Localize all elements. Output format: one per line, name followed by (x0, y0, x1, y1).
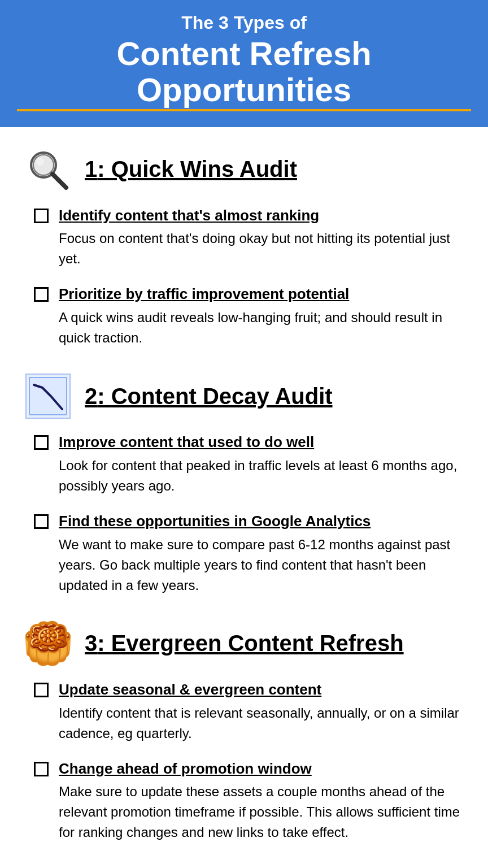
section-quick-wins-header: 1: Quick Wins Audit (23, 144, 465, 195)
bullet-title: Prioritize by traffic improvement potent… (59, 285, 465, 304)
bullet-text: Focus on content that's doing okay but n… (59, 231, 450, 266)
bullet-title: Update seasonal & evergreen content (59, 680, 465, 700)
svg-line-2 (53, 174, 66, 188)
checkbox-icon (34, 683, 49, 697)
section-content-decay-title: 2: Content Decay Audit (85, 384, 333, 409)
main-content: 1: Quick Wins Audit Identify content tha… (0, 127, 488, 868)
decay-chart-icon (23, 371, 73, 422)
checkbox-icon (34, 287, 49, 302)
checkbox-icon (34, 514, 49, 529)
list-item: Improve content that used to do well Loo… (34, 433, 465, 496)
quick-wins-bullets: Identify content that's almost ranking F… (34, 206, 465, 349)
section-content-decay: 2: Content Decay Audit Improve content t… (23, 371, 465, 596)
bullet-title: Change ahead of promotion window (59, 760, 465, 779)
bullet-text: Make sure to update these assets a coupl… (59, 784, 460, 840)
svg-point-3 (36, 158, 44, 166)
content-decay-bullets: Improve content that used to do well Loo… (34, 433, 465, 596)
bullet-text: We want to make sure to compare past 6-1… (59, 537, 450, 593)
section-quick-wins-title: 1: Quick Wins Audit (85, 157, 297, 182)
page-header: The 3 Types of Content Refresh Opportuni… (0, 0, 488, 127)
header-title: Content Refresh Opportunities (17, 36, 471, 108)
bullet-title: Identify content that's almost ranking (59, 206, 465, 225)
svg-point-1 (33, 155, 54, 175)
search-icon (23, 144, 73, 195)
checkbox-icon (34, 762, 49, 776)
header-divider (17, 109, 471, 111)
bullet-title: Improve content that used to do well (59, 433, 465, 452)
header-subtitle: The 3 Types of (17, 12, 471, 33)
list-item: Identify content that's almost ranking F… (34, 206, 465, 270)
section-quick-wins: 1: Quick Wins Audit Identify content tha… (23, 144, 465, 349)
section-evergreen-title: 3: Evergreen Content Refresh (85, 631, 404, 656)
list-item: Change ahead of promotion window Make su… (34, 760, 465, 843)
section-evergreen-header: 🥮 3: Evergreen Content Refresh (23, 618, 465, 669)
list-item: Prioritize by traffic improvement potent… (34, 285, 465, 348)
bullet-title: Find these opportunities in Google Analy… (59, 512, 465, 531)
evergreen-bullets: Update seasonal & evergreen content Iden… (34, 680, 465, 843)
list-item: Find these opportunities in Google Analy… (34, 512, 465, 596)
checkbox-icon (34, 435, 49, 450)
mooncake-icon: 🥮 (23, 618, 73, 669)
checkbox-icon (34, 209, 49, 223)
bullet-text: Identify content that is relevant season… (59, 705, 459, 741)
section-evergreen: 🥮 3: Evergreen Content Refresh Update se… (23, 618, 465, 843)
bullet-text: Look for content that peaked in traffic … (59, 458, 457, 493)
bullet-text: A quick wins audit reveals low-hanging f… (59, 310, 442, 345)
list-item: Update seasonal & evergreen content Iden… (34, 680, 465, 744)
section-content-decay-header: 2: Content Decay Audit (23, 371, 465, 422)
